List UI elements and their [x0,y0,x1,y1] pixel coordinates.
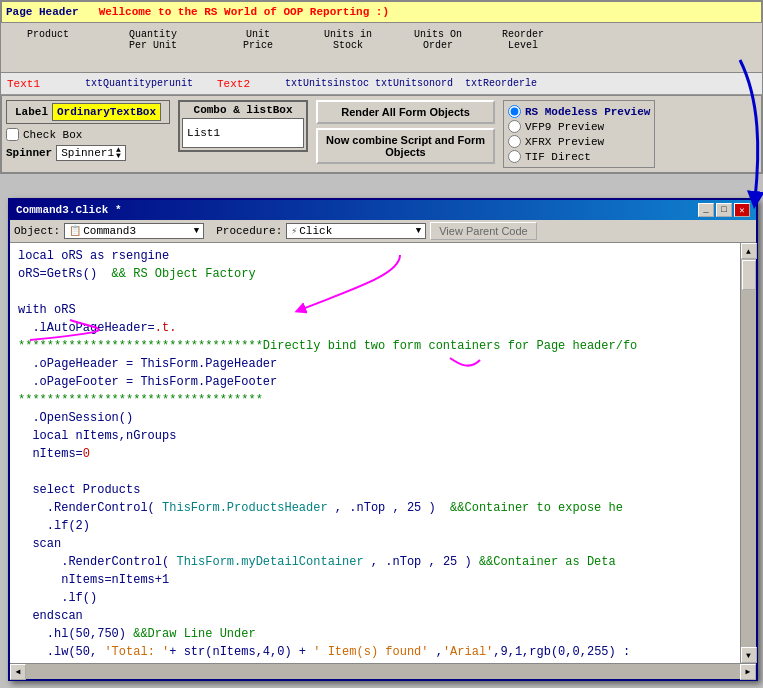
scroll-left-arrow[interactable]: ◀ [10,664,26,680]
object-select-value: Command3 [83,225,136,237]
buttons-area: Render All Form Objects Now combine Scri… [316,100,495,164]
code-line-6: **********************************Direct… [18,337,748,355]
ordinary-textbox: OrdinaryTextBox [52,103,161,121]
procedure-label: Procedure: [216,225,282,237]
radio-rs-modeless-label: RS Modeless Preview [525,106,650,118]
code-line-15: .RenderControl( ThisForm.ProductsHeader … [18,499,748,517]
field-text1: Text1 [3,78,83,90]
code-line-3 [18,283,748,301]
maximize-button[interactable]: □ [716,203,732,217]
code-line-16: .lf(2) [18,517,748,535]
radio-group: RS Modeless Preview VFP9 Preview XFRX Pr… [503,100,655,168]
horizontal-scrollbar[interactable]: ◀ ▶ [10,663,756,679]
vertical-scrollbar[interactable]: ▲ ▼ [740,243,756,663]
spinner-label: Spinner [6,147,52,159]
object-select-arrow: ▼ [194,226,199,236]
code-line-24 [18,661,748,663]
label-row: Label OrdinaryTextBox [6,100,170,124]
radio-tif-label: TIF Direct [525,151,591,163]
procedure-select-value: Click [299,225,332,237]
window-titlebar: Command3.Click * _ □ ✕ [10,200,756,220]
combo-title: Combo & listBox [182,104,304,116]
col-product: Product [3,27,93,42]
code-line-14: select Products [18,481,748,499]
field-txtunitsinstoc: txtUnitsinstoc [283,78,373,89]
code-line-10: .OpenSession() [18,409,748,427]
field-txtqty: txtQuantityperunit [83,78,213,89]
field-txtreorderle: txtReorderle [463,78,543,89]
radio-vfp9-label: VFP9 Preview [525,121,604,133]
report-design-area: Page Header Wellcome to the RS World of … [0,0,763,174]
page-header-label: Page Header [6,6,79,18]
render-all-button[interactable]: Render All Form Objects [316,100,495,124]
radio-rs-modeless[interactable]: RS Modeless Preview [508,105,650,118]
label-item: Label [15,106,48,118]
view-parent-button[interactable]: View Parent Code [430,222,536,240]
col-unit-price: UnitPrice [213,27,303,53]
field-txtunitsonord: txtUnitsonord [373,78,463,89]
scroll-right-arrow[interactable]: ▶ [740,664,756,680]
code-line-17: scan [18,535,748,553]
code-line-19: nItems=nItems+1 [18,571,748,589]
column-headers: Product QuantityPer Unit UnitPrice Units… [1,23,762,73]
scroll-down-arrow[interactable]: ▼ [741,647,757,663]
spinner-value: Spinner1 [61,147,114,159]
scroll-up-arrow[interactable]: ▲ [741,243,757,259]
code-editor-body: local oRS as rsengine oRS=GetRs() && RS … [10,243,756,663]
field-text2: Text2 [213,78,283,90]
radio-rs-modeless-input[interactable] [508,105,521,118]
spinner-control[interactable]: Spinner1 ▲▼ [56,145,126,161]
radio-xfrx-label: XFRX Preview [525,136,604,148]
list-area: List1 [182,118,304,148]
code-line-8: .oPageFooter = ThisForm.PageFooter [18,373,748,391]
code-window: Command3.Click * _ □ ✕ Object: 📋 Command… [8,198,758,681]
radio-vfp9[interactable]: VFP9 Preview [508,120,650,133]
code-line-4: with oRS [18,301,748,319]
radio-vfp9-input[interactable] [508,120,521,133]
checkbox-label: Check Box [23,129,82,141]
code-line-13 [18,463,748,481]
code-line-11: local nItems,nGroups [18,427,748,445]
code-line-9: ********************************** [18,391,748,409]
code-line-7: .oPageHeader = ThisForm.PageHeader [18,355,748,373]
code-line-18: .RenderControl( ThisForm.myDetailContain… [18,553,748,571]
col-units-stock: Units inStock [303,27,393,53]
combine-button[interactable]: Now combine Script and FormObjects [316,128,495,164]
code-line-22: .hl(50,750) &&Draw Line Under [18,625,748,643]
radio-tif-input[interactable] [508,150,521,163]
scroll-track-v[interactable] [741,259,756,647]
page-header-title: Wellcome to the RS World of OOP Reportin… [99,6,389,18]
list-item: List1 [187,127,220,139]
spinner-arrows: ▲▼ [116,147,121,159]
code-line-12: nItems=0 [18,445,748,463]
detail-band: Text1 txtQuantityperunit Text2 txtUnitsi… [1,73,762,95]
spinner-row: Spinner Spinner1 ▲▼ [6,145,170,161]
checkbox-control[interactable] [6,128,19,141]
code-line-2: oRS=GetRs() && RS Object Factory [18,265,748,283]
object-select[interactable]: 📋 Command3 ▼ [64,223,204,239]
radio-tif[interactable]: TIF Direct [508,150,650,163]
radio-xfrx[interactable]: XFRX Preview [508,135,650,148]
object-label: Object: [14,225,60,237]
window-title: Command3.Click * [16,204,122,216]
code-line-1: local oRS as rsengine [18,247,748,265]
col-units-order: Units OnOrder [393,27,483,53]
close-button[interactable]: ✕ [734,203,750,217]
toolbox-area: Label OrdinaryTextBox Check Box Spinner … [1,95,762,173]
scroll-track-h[interactable] [26,664,740,679]
checkbox-row: Check Box [6,128,170,141]
page-header-bar: Page Header Wellcome to the RS World of … [1,1,762,23]
toolbox-left: Label OrdinaryTextBox Check Box Spinner … [6,100,170,161]
minimize-button[interactable]: _ [698,203,714,217]
procedure-select-arrow: ▼ [416,226,421,236]
col-qty: QuantityPer Unit [93,27,213,53]
code-line-21: endscan [18,607,748,625]
col-reorder: ReorderLevel [483,27,563,53]
code-line-20: .lf() [18,589,748,607]
code-line-5: .lAutoPageHeader=.t. [18,319,748,337]
code-area[interactable]: local oRS as rsengine oRS=GetRs() && RS … [10,243,756,663]
radio-xfrx-input[interactable] [508,135,521,148]
window-controls: _ □ ✕ [698,203,750,217]
procedure-select[interactable]: ⚡ Click ▼ [286,223,426,239]
scroll-thumb-v[interactable] [742,260,756,290]
